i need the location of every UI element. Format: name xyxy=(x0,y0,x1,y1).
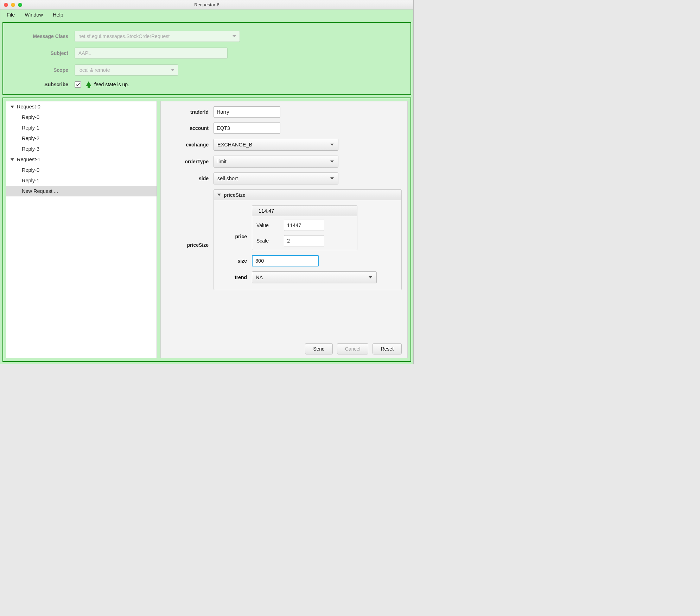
ordertype-select[interactable]: limit xyxy=(214,156,338,168)
exchange-select[interactable]: EXCHANGE_B xyxy=(214,139,338,151)
subscribe-label: Subscribe xyxy=(14,82,68,87)
side-label: side xyxy=(166,176,209,181)
chevron-down-icon xyxy=(330,177,334,180)
chevron-down-icon xyxy=(233,35,236,37)
trend-value: NA xyxy=(256,275,263,280)
tree-label: Reply-0 xyxy=(22,114,39,120)
content-area: Message Class net.sf.egui.messages.Stock… xyxy=(0,20,413,364)
window-title: Requestor-6 xyxy=(0,2,413,7)
send-label: Send xyxy=(313,346,325,352)
order-form: traderId account exchange EXCHANGE_B xyxy=(166,106,402,340)
tree-label: Reply-1 xyxy=(22,125,39,131)
feed-state: feed state is up. xyxy=(86,81,129,88)
price-header[interactable]: 114.47 xyxy=(252,206,357,216)
tree-label: New Request ... xyxy=(22,188,58,194)
tree-item-request1[interactable]: Request-1 xyxy=(6,154,157,165)
tree-item-new-request[interactable]: New Request ... xyxy=(6,186,157,196)
message-class-combo[interactable]: net.sf.egui.messages.StockOrderRequest xyxy=(75,31,240,42)
tree-item-reply[interactable]: Reply-1 xyxy=(6,175,157,186)
message-class-label: Message Class xyxy=(14,33,68,39)
price-group: 114.47 Value Sca xyxy=(252,205,357,250)
account-input[interactable] xyxy=(214,122,280,134)
scope-combo[interactable]: local & remote xyxy=(75,64,178,76)
subject-input[interactable]: AAPL xyxy=(75,48,228,59)
titlebar: Requestor-6 xyxy=(0,0,413,10)
tree-label: Request-0 xyxy=(17,104,40,109)
reset-label: Reset xyxy=(381,346,394,352)
check-icon xyxy=(76,82,80,87)
chevron-down-icon xyxy=(330,144,334,146)
scale-input[interactable] xyxy=(284,235,324,246)
ordertype-value: limit xyxy=(217,159,227,164)
message-class-value: net.sf.egui.messages.StockOrderRequest xyxy=(78,33,170,39)
trend-select[interactable]: NA xyxy=(252,271,377,283)
reset-button[interactable]: Reset xyxy=(373,343,402,354)
subject-label: Subject xyxy=(14,50,68,56)
tree-label: Reply-0 xyxy=(22,167,39,173)
tree-item-reply[interactable]: Reply-0 xyxy=(6,165,157,175)
tree-item-request0[interactable]: Request-0 xyxy=(6,101,157,112)
price-header-text: 114.47 xyxy=(259,208,274,214)
pricesize-header[interactable]: priceSize xyxy=(214,190,401,200)
pricesize-label: priceSize xyxy=(166,242,209,248)
scope-value: local & remote xyxy=(78,67,110,73)
send-button[interactable]: Send xyxy=(305,343,333,354)
order-form-panel: traderId account exchange EXCHANGE_B xyxy=(160,101,408,358)
cancel-button[interactable]: Cancel xyxy=(337,343,369,354)
tree-label: Reply-2 xyxy=(22,136,39,141)
pricesize-header-text: priceSize xyxy=(224,192,245,198)
trend-label: trend xyxy=(219,275,247,280)
exchange-value: EXCHANGE_B xyxy=(217,142,252,147)
subject-value: AAPL xyxy=(78,50,91,56)
traderid-input[interactable] xyxy=(214,106,280,118)
scale-label: Scale xyxy=(256,238,278,244)
menu-help[interactable]: Help xyxy=(53,12,63,18)
tree-item-reply[interactable]: Reply-3 xyxy=(6,144,157,154)
app-window: Requestor-6 File Window Help Message Cla… xyxy=(0,0,414,364)
subscription-panel: Message Class net.sf.egui.messages.Stock… xyxy=(2,22,411,95)
account-label: account xyxy=(166,125,209,131)
tree-label: Reply-3 xyxy=(22,146,39,152)
exchange-label: exchange xyxy=(166,142,209,147)
tree-item-reply[interactable]: Reply-0 xyxy=(6,112,157,122)
button-bar: Send Cancel Reset xyxy=(166,343,402,354)
pricesize-group: priceSize price 114.47 xyxy=(214,189,402,290)
chevron-down-icon xyxy=(330,161,334,163)
traderid-label: traderId xyxy=(166,109,209,115)
feed-state-text: feed state is up. xyxy=(94,82,129,87)
chevron-down-icon xyxy=(11,106,14,108)
request-panel: Request-0 Reply-0 Reply-1 Reply-2 Reply-… xyxy=(2,98,411,362)
menu-file[interactable]: File xyxy=(7,12,15,18)
cancel-label: Cancel xyxy=(345,346,361,352)
size-input[interactable] xyxy=(252,255,319,266)
tree-item-reply[interactable]: Reply-1 xyxy=(6,122,157,133)
tree-item-reply[interactable]: Reply-2 xyxy=(6,133,157,144)
subscribe-checkbox[interactable] xyxy=(75,81,81,88)
scope-label: Scope xyxy=(14,67,68,73)
menu-window[interactable]: Window xyxy=(25,12,43,18)
tree-label: Request-1 xyxy=(17,157,40,162)
side-value: sell short xyxy=(217,176,238,181)
chevron-down-icon xyxy=(11,158,14,161)
arrow-up-icon xyxy=(86,81,91,88)
tree-label: Reply-1 xyxy=(22,178,39,183)
chevron-down-icon xyxy=(171,69,174,71)
side-select[interactable]: sell short xyxy=(214,172,338,184)
chevron-down-icon xyxy=(217,194,221,196)
ordertype-label: orderType xyxy=(166,159,209,164)
pricesize-body: price 114.47 Value xyxy=(214,200,401,290)
chevron-down-icon xyxy=(369,276,372,278)
size-label: size xyxy=(219,258,247,264)
value-input[interactable] xyxy=(284,220,324,231)
value-label: Value xyxy=(256,222,278,228)
menubar: File Window Help xyxy=(0,10,413,20)
request-tree[interactable]: Request-0 Reply-0 Reply-1 Reply-2 Reply-… xyxy=(6,101,157,358)
price-label: price xyxy=(219,234,247,239)
